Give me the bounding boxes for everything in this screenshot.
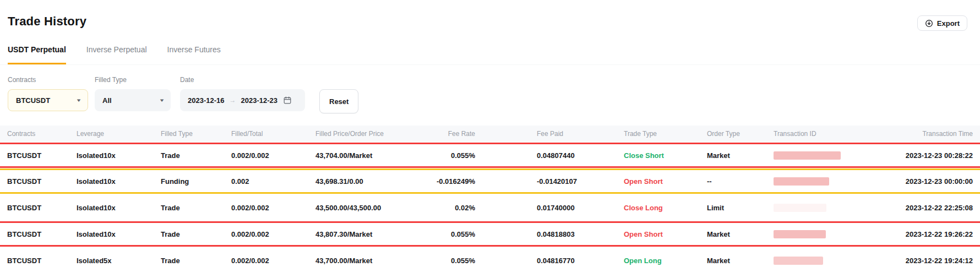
cell-fee-rate: 0.055% — [411, 230, 475, 238]
cell-fee-paid: 0.04818803 — [475, 230, 624, 238]
column-header-transaction-time: Transaction Time — [881, 130, 973, 138]
cell-transaction-time: 2023-12-22 19:24:12 — [881, 257, 973, 265]
cell-trade-type: Open Long — [624, 257, 707, 265]
column-header-filled-total: Filled/Total — [231, 130, 315, 138]
column-header-fee-rate[interactable]: Fee Rate — [411, 130, 475, 138]
filled-type-filter: Filled Type All ▼ — [95, 76, 180, 111]
contracts-filter: Contracts BTCUSDT ▼ — [8, 76, 95, 111]
cell-contracts: BTCUSDT — [7, 151, 77, 160]
table-row: BTCUSDTIsolated5xTrade0.002/0.00243,700.… — [0, 247, 980, 267]
cell-fee-paid: -0.01420107 — [475, 177, 624, 186]
cell-leverage: Isolated10x — [77, 204, 161, 212]
spacer — [319, 76, 358, 84]
cell-transaction-id — [774, 151, 881, 160]
chevron-down-icon: ▼ — [75, 98, 81, 103]
column-header-transaction-id: Transaction ID — [774, 130, 881, 138]
export-button[interactable]: Export — [917, 15, 967, 31]
cell-filled-total: 0.002 — [231, 177, 315, 186]
cell-filled-type: Funding — [161, 177, 231, 186]
cell-fee-paid: 0.04807440 — [475, 151, 624, 160]
cell-filled-total: 0.002/0.002 — [231, 204, 315, 212]
date-end-value: 2023-12-23 — [241, 96, 278, 105]
date-range-input[interactable]: 2023-12-16 → 2023-12-23 — [180, 89, 305, 111]
cell-contracts: BTCUSDT — [7, 257, 77, 265]
cell-transaction-id — [774, 177, 881, 186]
cell-trade-type: Open Short — [624, 177, 707, 186]
cell-filled-total: 0.002/0.002 — [231, 230, 315, 238]
cell-fee-rate: -0.016249% — [411, 177, 475, 186]
cell-fee-rate: 0.055% — [411, 151, 475, 160]
filled-type-select-value: All — [102, 96, 112, 105]
table-row: BTCUSDTIsolated10xTrade0.002/0.00243,500… — [0, 194, 980, 221]
cell-transaction-time: 2023-12-22 19:26:22 — [881, 230, 973, 238]
cell-fee-paid: 0.04816770 — [475, 257, 624, 265]
cell-fee-rate: 0.02% — [411, 204, 475, 212]
column-header-label: Order Type — [707, 130, 740, 138]
export-button-label: Export — [937, 19, 960, 28]
transaction-id-redacted-block — [774, 177, 829, 186]
column-header-trade-type: Trade Type — [624, 130, 707, 138]
column-header-label: Filled/Total — [231, 130, 263, 138]
calendar-icon — [284, 96, 291, 104]
filled-type-label: Filled Type — [95, 76, 180, 84]
row-highlight-annotation-red: BTCUSDTIsolated10xTrade0.002/0.00243,807… — [0, 221, 980, 247]
cell-transaction-id — [774, 204, 881, 212]
cell-order-type: Market — [707, 257, 774, 265]
cell-trade-type: Open Short — [624, 230, 707, 238]
arrow-right-icon: → — [230, 96, 236, 104]
cell-contracts: BTCUSDT — [7, 230, 77, 238]
transaction-id-redacted-block — [774, 230, 826, 238]
column-header-filled-type: Filled Type — [161, 130, 231, 138]
table-row: BTCUSDTIsolated10xFunding0.00243,698.31/… — [0, 170, 980, 192]
column-header-label: Transaction Time — [922, 130, 973, 138]
column-header-label: Filled Type — [161, 130, 193, 138]
cell-filled-type: Trade — [161, 230, 231, 238]
reset-button[interactable]: Reset — [319, 89, 358, 113]
cell-order-type: Limit — [707, 204, 774, 212]
column-header-label: Transaction ID — [774, 130, 816, 138]
contracts-label: Contracts — [8, 76, 95, 84]
column-header-label: Fee Paid — [537, 130, 563, 138]
date-label: Date — [180, 76, 319, 84]
table-row: BTCUSDTIsolated10xTrade0.002/0.00243,807… — [0, 223, 980, 245]
cell-filled-total: 0.002/0.002 — [231, 257, 315, 265]
date-filter: Date 2023-12-16 → 2023-12-23 — [180, 76, 319, 111]
chevron-down-icon: ▼ — [159, 98, 165, 103]
column-header-order-type: Order Type — [707, 130, 774, 138]
cell-transaction-time: 2023-12-23 00:28:22 — [881, 151, 973, 160]
cell-filled-price: 43,500.00/43,500.00 — [315, 204, 411, 212]
cell-leverage: Isolated10x — [77, 177, 161, 186]
column-header-leverage: Leverage — [77, 130, 161, 138]
column-header-fee-paid: Fee Paid — [475, 130, 624, 138]
filter-bar: Contracts BTCUSDT ▼ Filled Type All ▼ Da… — [0, 76, 980, 113]
cell-contracts: BTCUSDT — [7, 177, 77, 186]
tab-inverse-perpetual[interactable]: Inverse Perpetual — [86, 45, 147, 64]
table-header-row: ContractsLeverageFilled TypeFilled/Total… — [0, 126, 980, 142]
filled-type-select[interactable]: All ▼ — [95, 89, 171, 111]
cell-filled-price: 43,807.30/Market — [315, 230, 411, 238]
table-row: BTCUSDTIsolated10xTrade0.002/0.00243,704… — [0, 144, 980, 166]
row-highlight-annotation-red: BTCUSDTIsolated10xTrade0.002/0.00243,704… — [0, 143, 980, 168]
column-header-label: Filled Price/Order Price — [315, 130, 384, 138]
tab-inverse-futures[interactable]: Inverse Futures — [167, 45, 221, 64]
cell-leverage: Isolated10x — [77, 151, 161, 160]
column-header-label: Contracts — [7, 130, 35, 138]
contracts-select[interactable]: BTCUSDT ▼ — [8, 89, 88, 111]
cell-transaction-time: 2023-12-22 22:25:08 — [881, 204, 973, 212]
cell-filled-total: 0.002/0.002 — [231, 151, 315, 160]
column-header-contracts: Contracts — [7, 130, 77, 138]
cell-order-type: Market — [707, 230, 774, 238]
cell-filled-price: 43,698.31/0.00 — [315, 177, 411, 186]
cell-order-type: -- — [707, 177, 774, 186]
export-download-icon — [925, 19, 933, 28]
transaction-id-redacted-block — [774, 204, 826, 212]
table-body: BTCUSDTIsolated10xTrade0.002/0.00243,704… — [0, 143, 980, 267]
cell-leverage: Isolated10x — [77, 230, 161, 238]
reset-group: Reset — [319, 76, 358, 113]
cell-transaction-time: 2023-12-23 00:00:00 — [881, 177, 973, 186]
tab-usdt-perpetual[interactable]: USDT Perpetual — [8, 45, 66, 64]
transaction-id-redacted-block — [774, 257, 823, 265]
cell-filled-type: Trade — [161, 151, 231, 160]
cell-filled-price: 43,700.00/Market — [315, 257, 411, 265]
cell-transaction-id — [774, 257, 881, 265]
